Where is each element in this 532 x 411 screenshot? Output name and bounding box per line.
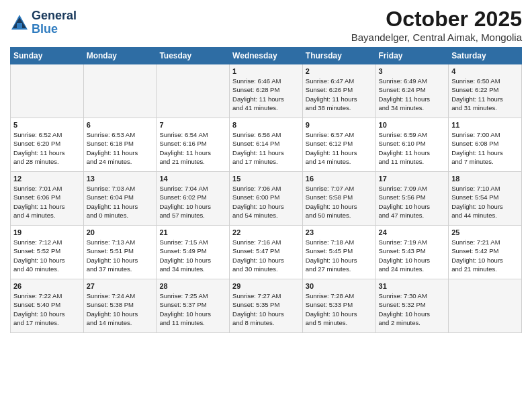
day-info: Sunrise: 7:07 AM Sunset: 5:58 PM Dayligh… <box>306 184 373 220</box>
calendar-cell: 4Sunrise: 6:50 AM Sunset: 6:22 PM Daylig… <box>449 64 522 118</box>
calendar-cell: 8Sunrise: 6:56 AM Sunset: 6:14 PM Daylig… <box>230 118 303 172</box>
day-number: 31 <box>379 282 446 290</box>
calendar-cell: 21Sunrise: 7:15 AM Sunset: 5:49 PM Dayli… <box>157 226 230 279</box>
logo-icon <box>10 13 29 32</box>
calendar-cell: 7Sunrise: 6:54 AM Sunset: 6:16 PM Daylig… <box>157 118 230 172</box>
day-number: 6 <box>87 121 154 129</box>
col-saturday: Saturday <box>449 48 522 64</box>
svg-rect-2 <box>17 23 22 28</box>
calendar-cell: 18Sunrise: 7:10 AM Sunset: 5:54 PM Dayli… <box>449 172 522 226</box>
day-info: Sunrise: 7:28 AM Sunset: 5:33 PM Dayligh… <box>306 291 373 327</box>
day-info: Sunrise: 7:24 AM Sunset: 5:38 PM Dayligh… <box>87 291 154 327</box>
day-number: 21 <box>159 228 226 236</box>
calendar-cell: 27Sunrise: 7:24 AM Sunset: 5:38 PM Dayli… <box>83 279 157 333</box>
day-number: 7 <box>159 121 226 129</box>
calendar-cell: 24Sunrise: 7:19 AM Sunset: 5:43 PM Dayli… <box>375 226 449 279</box>
day-info: Sunrise: 7:25 AM Sunset: 5:37 PM Dayligh… <box>159 291 226 327</box>
calendar-cell: 29Sunrise: 7:27 AM Sunset: 5:35 PM Dayli… <box>230 279 303 333</box>
day-number: 14 <box>159 175 226 183</box>
day-number: 25 <box>451 228 519 236</box>
day-number: 5 <box>13 121 81 129</box>
calendar-cell: 11Sunrise: 7:00 AM Sunset: 6:08 PM Dayli… <box>449 118 522 172</box>
calendar-cell: 20Sunrise: 7:13 AM Sunset: 5:51 PM Dayli… <box>83 226 157 279</box>
logo-blue: Blue <box>32 23 77 36</box>
day-number: 16 <box>306 175 373 183</box>
calendar-header: Sunday Monday Tuesday Wednesday Thursday… <box>11 48 522 64</box>
calendar-cell <box>83 64 157 118</box>
logo-text: General Blue <box>32 9 77 36</box>
day-info: Sunrise: 7:00 AM Sunset: 6:08 PM Dayligh… <box>451 130 519 166</box>
logo: General Blue <box>10 9 77 36</box>
day-number: 22 <box>232 228 300 236</box>
day-number: 8 <box>232 121 300 129</box>
col-sunday: Sunday <box>11 48 84 64</box>
day-number: 27 <box>87 282 154 290</box>
day-number: 18 <box>451 175 519 183</box>
day-number: 12 <box>13 175 81 183</box>
calendar-cell: 9Sunrise: 6:57 AM Sunset: 6:12 PM Daylig… <box>302 118 375 172</box>
day-number: 29 <box>232 282 300 290</box>
day-info: Sunrise: 6:49 AM Sunset: 6:24 PM Dayligh… <box>379 77 446 112</box>
calendar-cell <box>449 279 522 333</box>
col-friday: Friday <box>375 48 449 64</box>
calendar-cell: 19Sunrise: 7:12 AM Sunset: 5:52 PM Dayli… <box>11 226 84 279</box>
day-number: 3 <box>379 67 446 75</box>
day-info: Sunrise: 7:15 AM Sunset: 5:49 PM Dayligh… <box>159 238 226 273</box>
day-info: Sunrise: 6:59 AM Sunset: 6:10 PM Dayligh… <box>379 130 446 166</box>
day-info: Sunrise: 6:56 AM Sunset: 6:14 PM Dayligh… <box>232 130 300 166</box>
calendar-cell <box>157 64 230 118</box>
col-thursday: Thursday <box>302 48 375 64</box>
calendar-cell: 1Sunrise: 6:46 AM Sunset: 6:28 PM Daylig… <box>230 64 303 118</box>
calendar-cell: 23Sunrise: 7:18 AM Sunset: 5:45 PM Dayli… <box>302 226 375 279</box>
day-number: 10 <box>379 121 446 129</box>
day-info: Sunrise: 7:09 AM Sunset: 5:56 PM Dayligh… <box>379 184 446 220</box>
calendar-cell: 28Sunrise: 7:25 AM Sunset: 5:37 PM Dayli… <box>157 279 230 333</box>
day-number: 17 <box>379 175 446 183</box>
day-number: 13 <box>87 175 154 183</box>
day-info: Sunrise: 6:46 AM Sunset: 6:28 PM Dayligh… <box>232 77 300 112</box>
logo-general: General <box>32 9 77 23</box>
calendar-week-4: 19Sunrise: 7:12 AM Sunset: 5:52 PM Dayli… <box>11 226 522 279</box>
day-info: Sunrise: 7:18 AM Sunset: 5:45 PM Dayligh… <box>306 238 373 273</box>
day-info: Sunrise: 7:19 AM Sunset: 5:43 PM Dayligh… <box>379 238 446 273</box>
day-number: 30 <box>306 282 373 290</box>
calendar-week-5: 26Sunrise: 7:22 AM Sunset: 5:40 PM Dayli… <box>11 279 522 333</box>
day-info: Sunrise: 7:06 AM Sunset: 6:00 PM Dayligh… <box>232 184 300 220</box>
day-info: Sunrise: 7:01 AM Sunset: 6:06 PM Dayligh… <box>13 184 81 220</box>
day-info: Sunrise: 7:21 AM Sunset: 5:42 PM Dayligh… <box>451 238 519 273</box>
day-number: 2 <box>306 67 373 75</box>
calendar-cell: 5Sunrise: 6:52 AM Sunset: 6:20 PM Daylig… <box>11 118 84 172</box>
day-info: Sunrise: 6:47 AM Sunset: 6:26 PM Dayligh… <box>306 77 373 112</box>
day-number: 4 <box>451 67 519 75</box>
col-wednesday: Wednesday <box>230 48 303 64</box>
day-number: 26 <box>13 282 81 290</box>
calendar-week-2: 5Sunrise: 6:52 AM Sunset: 6:20 PM Daylig… <box>11 118 522 172</box>
calendar-cell: 31Sunrise: 7:30 AM Sunset: 5:32 PM Dayli… <box>375 279 449 333</box>
calendar-cell: 10Sunrise: 6:59 AM Sunset: 6:10 PM Dayli… <box>375 118 449 172</box>
calendar-week-3: 12Sunrise: 7:01 AM Sunset: 6:06 PM Dayli… <box>11 172 522 226</box>
page-container: General Blue October 2025 Bayandelger, C… <box>0 0 532 336</box>
day-number: 9 <box>306 121 373 129</box>
day-info: Sunrise: 7:30 AM Sunset: 5:32 PM Dayligh… <box>379 291 446 327</box>
location: Bayandelger, Central Aimak, Mongolia <box>351 32 522 43</box>
day-number: 20 <box>87 228 154 236</box>
calendar-body: 1Sunrise: 6:46 AM Sunset: 6:28 PM Daylig… <box>11 64 522 333</box>
month-title: October 2025 <box>351 7 522 32</box>
calendar-cell: 17Sunrise: 7:09 AM Sunset: 5:56 PM Dayli… <box>375 172 449 226</box>
calendar-cell: 13Sunrise: 7:03 AM Sunset: 6:04 PM Dayli… <box>83 172 157 226</box>
day-number: 19 <box>13 228 81 236</box>
calendar-cell: 16Sunrise: 7:07 AM Sunset: 5:58 PM Dayli… <box>302 172 375 226</box>
calendar-cell: 15Sunrise: 7:06 AM Sunset: 6:00 PM Dayli… <box>230 172 303 226</box>
calendar-cell <box>11 64 84 118</box>
calendar-table: Sunday Monday Tuesday Wednesday Thursday… <box>10 47 522 333</box>
day-info: Sunrise: 6:53 AM Sunset: 6:18 PM Dayligh… <box>87 130 154 166</box>
day-number: 24 <box>379 228 446 236</box>
calendar-cell: 14Sunrise: 7:04 AM Sunset: 6:02 PM Dayli… <box>157 172 230 226</box>
calendar-cell: 26Sunrise: 7:22 AM Sunset: 5:40 PM Dayli… <box>11 279 84 333</box>
header-row: Sunday Monday Tuesday Wednesday Thursday… <box>11 48 522 64</box>
day-info: Sunrise: 6:57 AM Sunset: 6:12 PM Dayligh… <box>306 130 373 166</box>
col-tuesday: Tuesday <box>157 48 230 64</box>
day-info: Sunrise: 7:10 AM Sunset: 5:54 PM Dayligh… <box>451 184 519 220</box>
calendar-cell: 6Sunrise: 6:53 AM Sunset: 6:18 PM Daylig… <box>83 118 157 172</box>
col-monday: Monday <box>83 48 157 64</box>
